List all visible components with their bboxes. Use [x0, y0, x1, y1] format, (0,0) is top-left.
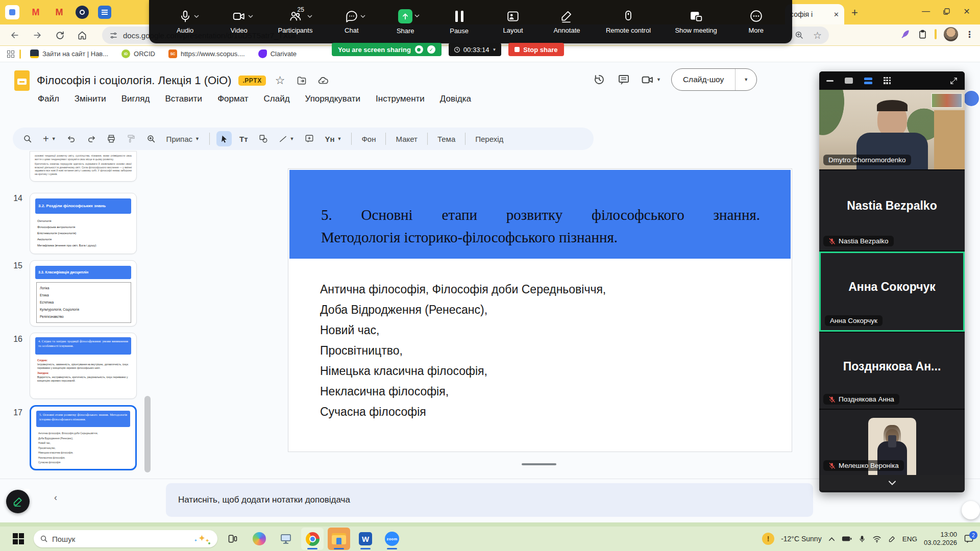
undo-icon[interactable] [64, 131, 79, 146]
menu-view[interactable]: Вигляд [121, 94, 150, 104]
pen-icon[interactable] [888, 535, 896, 543]
gallery-view-icon[interactable] [884, 77, 891, 85]
line-tool-icon[interactable]: ▼ [276, 135, 298, 143]
zoom-app-button[interactable]: zoom [381, 528, 403, 550]
this-pc-button[interactable] [275, 528, 297, 550]
chat-options-chevron[interactable] [360, 15, 365, 18]
extension-clipboard-icon[interactable] [918, 30, 927, 39]
tray-mic-icon[interactable] [859, 535, 866, 543]
canvas-resize-handle[interactable] [522, 463, 556, 465]
slide-body-text[interactable]: Антична філософія, Філософія доби Середн… [320, 279, 606, 422]
slide-thumbnail-16[interactable]: 4. Східна та західна традиції філософува… [30, 333, 137, 399]
chat-button[interactable]: Chat [337, 10, 366, 34]
pinned-tab-icon[interactable] [5, 5, 19, 19]
video-options-chevron[interactable] [248, 15, 253, 18]
document-title[interactable]: Філософія і соціологія. Лекція 1 (ОіО) [37, 74, 231, 87]
filmstrip-scrollbar[interactable] [144, 396, 151, 472]
file-explorer-button[interactable] [328, 528, 350, 550]
bookmark-item[interactable]: Зайти на сайт | Нав... [26, 48, 112, 60]
pause-button[interactable]: Pause [445, 9, 474, 35]
cloud-status-icon[interactable] [316, 73, 330, 88]
menu-format[interactable]: Формат [217, 94, 248, 104]
share-button[interactable]: Share [390, 9, 420, 35]
participant-tile[interactable]: Nastia Bezpalko Nastia Bezpalko [819, 169, 965, 251]
tab-close-icon[interactable]: ✕ [834, 11, 839, 18]
clock[interactable]: 13:00 03.02.2026 [924, 531, 957, 547]
paint-format-icon[interactable] [124, 131, 139, 146]
zoom-page-icon[interactable] [795, 31, 804, 40]
minimize-panel-icon[interactable] [826, 80, 834, 82]
profile-avatar[interactable] [944, 27, 958, 41]
tray-expand-icon[interactable] [828, 537, 835, 541]
version-history-icon[interactable] [592, 72, 606, 87]
chrome-taskbar-button[interactable] [301, 528, 324, 550]
menu-insert[interactable]: Вставити [165, 94, 202, 104]
panel-scroll-down[interactable] [819, 475, 965, 490]
redo-icon[interactable] [84, 131, 99, 146]
language-indicator[interactable]: ENG [902, 535, 917, 543]
audio-button[interactable]: Audio [170, 10, 200, 34]
weather-text[interactable]: -12°C Sunny [781, 535, 822, 543]
theme-button[interactable]: Тема [434, 135, 458, 143]
menu-tools[interactable]: Інструменти [376, 94, 425, 104]
slide-thumbnail-17-selected[interactable]: 5. Основні етапи розвитку філософського … [30, 405, 137, 470]
panel-resize-handle[interactable] [962, 501, 980, 519]
layout-button[interactable]: Макет [393, 135, 420, 143]
menu-help[interactable]: Довідка [440, 94, 471, 104]
account-avatar[interactable] [963, 90, 980, 107]
pinned-tab-icon[interactable] [98, 6, 111, 19]
bookmark-star-icon[interactable]: ☆ [813, 30, 822, 41]
select-tool-icon[interactable] [216, 131, 232, 146]
word-button[interactable]: W [354, 528, 377, 550]
site-info-icon[interactable] [109, 31, 118, 40]
slide-thumbnail-14[interactable]: 3.2. Розділи філософських знань Онтологі… [30, 193, 137, 254]
comments-icon[interactable] [617, 72, 631, 87]
copilot-button[interactable] [248, 528, 271, 550]
meeting-timer[interactable]: 00:33:14 ▼ [449, 43, 502, 56]
search-menus-icon[interactable] [20, 131, 35, 146]
pinned-tab-icon[interactable] [76, 6, 89, 19]
task-view-button[interactable] [222, 528, 244, 550]
gmail-tab-icon[interactable]: M [52, 5, 66, 19]
back-icon[interactable] [6, 27, 23, 44]
speaker-view-icon[interactable] [845, 78, 853, 84]
new-slide-button[interactable]: +▼ [40, 133, 59, 145]
remote-control-button[interactable]: Remote control [606, 10, 651, 34]
participant-tile[interactable]: Позднякова Ан... Позднякова Анна [819, 332, 965, 409]
menu-file[interactable]: Файл [38, 94, 59, 104]
bookmark-item[interactable]: SC https://www.scopus.... [164, 48, 249, 60]
annotate-button[interactable]: Annotate [552, 10, 581, 34]
home-icon[interactable] [74, 27, 91, 44]
forward-icon[interactable] [29, 27, 46, 44]
slide-title-box[interactable]: 5. Основні етапи розвитку філософського … [289, 170, 791, 259]
stop-share-button[interactable]: Stop share [508, 43, 564, 56]
audio-options-chevron[interactable] [194, 15, 199, 18]
transition-button[interactable]: Перехід [472, 135, 506, 143]
collapse-notes-icon[interactable]: ‹ [54, 492, 57, 503]
browser-menu-icon[interactable]: ⋮ [965, 29, 974, 40]
apps-grid-icon[interactable] [7, 51, 14, 58]
minimize-button[interactable]: — [916, 3, 936, 19]
taskbar-search[interactable]: Пошук ✦ ✦ ✦ [34, 530, 217, 547]
text-box-tool[interactable]: Тт [236, 135, 251, 143]
menu-slide[interactable]: Слайд [264, 94, 290, 104]
participant-tile-active-speaker[interactable]: Анна Сокорчук Анна Сокорчук [819, 251, 965, 332]
present-to-meet-button[interactable]: ▼ [641, 73, 661, 86]
security-shield-icon[interactable]: ✓ [427, 45, 435, 54]
zoom-fit-dropdown[interactable]: Припас▼ [163, 135, 203, 143]
slideshow-button[interactable]: Слайд-шоу ▼ [671, 68, 757, 91]
speaker-notes-box[interactable]: Натисніть, щоб додати нотатки доповідача [166, 483, 813, 517]
star-icon[interactable]: ☆ [273, 73, 287, 88]
print-icon[interactable] [104, 131, 119, 146]
share-options-chevron[interactable] [414, 14, 420, 17]
layout-button[interactable]: Layout [498, 10, 528, 34]
network-icon[interactable] [872, 535, 881, 543]
battery-icon[interactable] [842, 535, 852, 542]
background-button[interactable]: Фон [358, 135, 379, 143]
menu-edit[interactable]: Змінити [75, 94, 106, 104]
show-meeting-button[interactable]: Show meeting [675, 10, 717, 34]
participant-tile[interactable]: Мелешко Вероніка [819, 409, 965, 475]
bookmark-item[interactable]: iD ORCID [117, 48, 159, 60]
expand-panel-icon[interactable] [950, 77, 958, 85]
new-tab-button[interactable]: + [851, 6, 858, 19]
